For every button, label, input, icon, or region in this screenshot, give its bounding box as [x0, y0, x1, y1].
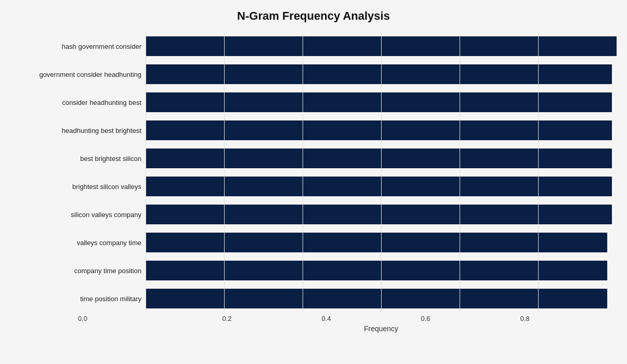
bar-row — [146, 288, 617, 309]
x-tick: 1.0 — [574, 315, 627, 322]
bar — [146, 177, 612, 196]
bar-row — [146, 176, 617, 197]
x-tick: 0.4 — [277, 315, 376, 322]
x-axis-label: Frequency — [151, 325, 611, 333]
chart-area: hash government considergovernment consi… — [10, 32, 617, 313]
y-label: valleys company time — [10, 230, 141, 255]
y-label: consider headhunting best — [10, 90, 141, 115]
x-tick: 0.0 — [78, 315, 177, 322]
y-label: silicon valleys company — [10, 202, 141, 227]
y-label: best brightest silicon — [10, 146, 141, 171]
bar-row — [146, 92, 617, 113]
bar-row — [146, 36, 617, 57]
bar — [146, 233, 607, 252]
bar — [146, 261, 607, 280]
y-label: headhunting best brightest — [10, 118, 141, 143]
y-label: time position military — [10, 286, 141, 311]
y-label: company time position — [10, 258, 141, 283]
bar — [146, 149, 612, 168]
chart-title: N-Gram Frequency Analysis — [237, 9, 390, 23]
bar — [146, 289, 607, 308]
bar — [146, 64, 612, 84]
y-label: government consider headhunting — [10, 62, 141, 87]
bar-row — [146, 148, 617, 169]
bar — [146, 92, 612, 112]
bar — [146, 205, 612, 224]
x-ticks: 0.00.20.40.60.81.0 — [78, 315, 627, 322]
bar-row — [146, 64, 617, 85]
bars-wrapper — [146, 32, 617, 313]
y-label: brightest silicon valleys — [10, 174, 141, 199]
x-tick: 0.2 — [177, 315, 277, 322]
bar — [146, 120, 612, 140]
bars-inner — [146, 32, 617, 313]
bar-row — [146, 120, 617, 141]
x-tick: 0.6 — [376, 315, 475, 322]
bar-row — [146, 204, 617, 225]
y-axis: hash government considergovernment consi… — [10, 32, 146, 313]
bar — [146, 36, 617, 56]
bar-row — [146, 232, 617, 253]
bar-row — [146, 260, 617, 281]
x-tick: 0.8 — [475, 315, 574, 322]
chart-container: N-Gram Frequency Analysis hash governmen… — [0, 0, 627, 364]
y-label: hash government consider — [10, 34, 141, 59]
x-axis-container: 0.00.20.40.60.81.0 Frequency — [10, 315, 617, 333]
